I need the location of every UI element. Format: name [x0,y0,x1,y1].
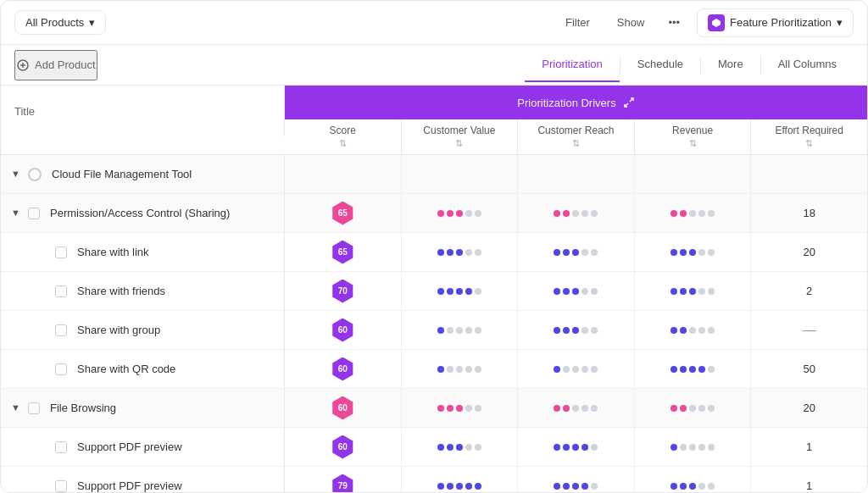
right-cells: 702 [285,272,867,310]
dot-cr [591,210,598,217]
cv-dots [437,327,481,334]
all-products-dropdown[interactable]: All Products ▾ [14,10,106,35]
dot-rev [680,405,687,412]
table-body: ▼Cloud File Management Tool▼Permission/A… [1,155,867,492]
cr-dots [554,288,598,295]
dot-rev [708,444,715,451]
table-row: Share with link6520 [1,233,867,272]
tab-all-columns[interactable]: All Columns [761,47,854,82]
right-header-area: Prioritization Drivers Score ⇅ Customer … [285,86,867,154]
table-row: Share with QR code6050 [1,350,867,389]
col-header-customer-reach: Customer Reach ⇅ [518,119,635,154]
score-badge: 60 [331,319,354,342]
filter-button[interactable]: Filter [555,13,597,32]
rev-cell [635,155,752,193]
cr-dots [554,327,598,334]
dot-cv [437,483,444,490]
right-cells: 791 [285,467,867,492]
checkbox[interactable] [55,363,67,375]
sort-icon-eff[interactable]: ⇅ [805,138,813,149]
tab-prioritization[interactable]: Prioritization [525,47,620,82]
sort-icon-cv[interactable]: ⇅ [455,138,463,149]
effort-value: 50 [803,363,815,375]
score-badge: 79 [331,474,354,493]
sort-icon-cr[interactable]: ⇅ [572,138,580,149]
chevron-icon[interactable]: ▼ [11,208,23,219]
score-cell: 65 [285,233,402,271]
cv-cell [402,272,519,310]
dot-rev [689,288,696,295]
circle-icon [28,168,42,181]
row-label: Share with group [77,324,160,336]
dot-cr [554,444,560,451]
sort-icon-score[interactable]: ⇅ [339,138,347,149]
dot-rev [680,249,687,256]
cv-dots [437,249,481,256]
dot-rev [698,483,705,490]
checkbox[interactable] [28,208,40,219]
dot-rev [670,483,677,490]
cv-cell [402,155,519,193]
dot-rev [680,444,687,451]
add-product-button[interactable]: Add Product [14,50,97,80]
score-badge: 65 [331,202,354,225]
more-dots-button[interactable]: ••• [661,13,687,32]
dot-cr [572,366,579,373]
cv-cell [402,350,519,388]
cv-dots [437,366,481,373]
dot-rev [708,366,715,373]
tab-more[interactable]: More [701,47,760,82]
left-cell: Support PDF preview [1,467,285,492]
rev-cell [635,233,752,271]
eff-cell [751,155,867,193]
dot-rev [680,483,687,490]
app-container: All Products ▾ Filter Show ••• Feature P… [0,0,868,493]
dot-cr [563,327,570,334]
show-button[interactable]: Show [607,13,652,32]
score-cell: 60 [285,350,402,388]
dot-cv [475,288,481,295]
rev-dots [670,483,715,490]
dot-cr [563,249,570,256]
col-header-customer-value: Customer Value ⇅ [402,119,519,154]
cv-dots [437,210,481,217]
checkbox[interactable] [55,285,67,297]
cr-cell [518,194,635,232]
tab-schedule[interactable]: Schedule [620,47,700,82]
dot-cr [591,483,598,490]
rev-cell [635,350,752,388]
dot-cv [447,327,453,334]
cr-dots [554,249,598,256]
checkbox[interactable] [55,324,67,336]
right-cells: 6518 [285,194,867,232]
dot-cr [554,288,560,295]
checkbox[interactable] [55,246,67,258]
table-row: Support PDF preview791 [1,467,867,492]
right-cells: 6050 [285,350,867,388]
left-cell: ▼Permission/Access Control (Sharing) [1,194,285,232]
dot-cr [554,327,560,334]
feature-prioritization-button[interactable]: Feature Prioritization ▾ [697,8,854,37]
more-dots-icon: ••• [668,16,680,29]
dot-cv [475,249,481,256]
dot-rev [698,444,705,451]
chevron-icon[interactable]: ▼ [11,402,23,414]
checkbox[interactable] [55,441,67,453]
dot-cr [572,405,579,412]
dot-cr [591,366,598,373]
dot-rev [670,405,677,412]
checkbox[interactable] [55,480,67,492]
effort-value: 1 [806,440,812,453]
checkbox[interactable] [28,402,40,414]
feature-label: Feature Prioritization [730,16,832,29]
dot-cv [456,405,463,412]
sort-icon-rev[interactable]: ⇅ [689,138,697,149]
tabs: Prioritization Schedule More All Columns [525,47,854,82]
dot-cr [581,288,588,295]
plus-circle-icon [16,58,30,72]
dot-cr [572,210,579,217]
chevron-icon[interactable]: ▼ [11,169,23,180]
dot-cv [465,327,472,334]
main-content: Title Prioritization Drivers Score ⇅ [1,86,867,492]
dot-cv [465,405,472,412]
